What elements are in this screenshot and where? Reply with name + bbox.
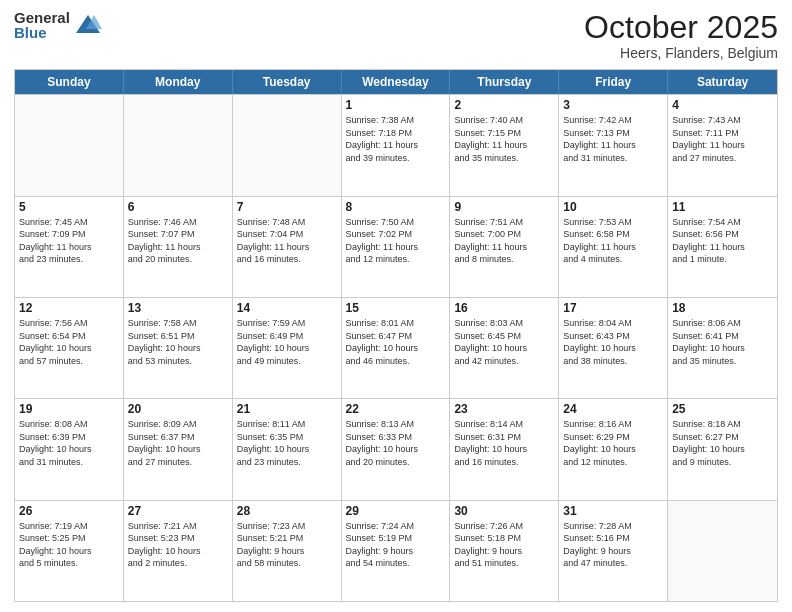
logo-general: General (14, 10, 70, 25)
day-info: Sunrise: 7:53 AM Sunset: 6:58 PM Dayligh… (563, 216, 663, 266)
calendar-body: 1Sunrise: 7:38 AM Sunset: 7:18 PM Daylig… (15, 94, 777, 601)
day-number: 4 (672, 98, 773, 112)
calendar-cell: 21Sunrise: 8:11 AM Sunset: 6:35 PM Dayli… (233, 399, 342, 499)
day-number: 12 (19, 301, 119, 315)
calendar-week: 26Sunrise: 7:19 AM Sunset: 5:25 PM Dayli… (15, 500, 777, 601)
day-info: Sunrise: 8:01 AM Sunset: 6:47 PM Dayligh… (346, 317, 446, 367)
day-number: 27 (128, 504, 228, 518)
logo-icon (74, 11, 102, 39)
day-number: 9 (454, 200, 554, 214)
calendar-cell: 19Sunrise: 8:08 AM Sunset: 6:39 PM Dayli… (15, 399, 124, 499)
day-info: Sunrise: 7:50 AM Sunset: 7:02 PM Dayligh… (346, 216, 446, 266)
calendar-week: 5Sunrise: 7:45 AM Sunset: 7:09 PM Daylig… (15, 196, 777, 297)
day-info: Sunrise: 7:59 AM Sunset: 6:49 PM Dayligh… (237, 317, 337, 367)
day-number: 29 (346, 504, 446, 518)
day-info: Sunrise: 7:56 AM Sunset: 6:54 PM Dayligh… (19, 317, 119, 367)
calendar-cell: 23Sunrise: 8:14 AM Sunset: 6:31 PM Dayli… (450, 399, 559, 499)
calendar-cell: 20Sunrise: 8:09 AM Sunset: 6:37 PM Dayli… (124, 399, 233, 499)
calendar-cell: 12Sunrise: 7:56 AM Sunset: 6:54 PM Dayli… (15, 298, 124, 398)
day-number: 22 (346, 402, 446, 416)
day-number: 19 (19, 402, 119, 416)
day-info: Sunrise: 7:40 AM Sunset: 7:15 PM Dayligh… (454, 114, 554, 164)
day-number: 21 (237, 402, 337, 416)
day-info: Sunrise: 7:42 AM Sunset: 7:13 PM Dayligh… (563, 114, 663, 164)
day-info: Sunrise: 7:19 AM Sunset: 5:25 PM Dayligh… (19, 520, 119, 570)
calendar-cell (233, 95, 342, 195)
calendar-header: SundayMondayTuesdayWednesdayThursdayFrid… (15, 70, 777, 94)
calendar-cell: 28Sunrise: 7:23 AM Sunset: 5:21 PM Dayli… (233, 501, 342, 601)
calendar-cell: 7Sunrise: 7:48 AM Sunset: 7:04 PM Daylig… (233, 197, 342, 297)
day-info: Sunrise: 8:03 AM Sunset: 6:45 PM Dayligh… (454, 317, 554, 367)
calendar-cell: 14Sunrise: 7:59 AM Sunset: 6:49 PM Dayli… (233, 298, 342, 398)
day-info: Sunrise: 7:48 AM Sunset: 7:04 PM Dayligh… (237, 216, 337, 266)
calendar-cell: 17Sunrise: 8:04 AM Sunset: 6:43 PM Dayli… (559, 298, 668, 398)
day-number: 10 (563, 200, 663, 214)
day-info: Sunrise: 7:28 AM Sunset: 5:16 PM Dayligh… (563, 520, 663, 570)
calendar-cell: 31Sunrise: 7:28 AM Sunset: 5:16 PM Dayli… (559, 501, 668, 601)
calendar-cell: 4Sunrise: 7:43 AM Sunset: 7:11 PM Daylig… (668, 95, 777, 195)
calendar-cell: 18Sunrise: 8:06 AM Sunset: 6:41 PM Dayli… (668, 298, 777, 398)
calendar-cell: 10Sunrise: 7:53 AM Sunset: 6:58 PM Dayli… (559, 197, 668, 297)
day-number: 23 (454, 402, 554, 416)
calendar-cell: 16Sunrise: 8:03 AM Sunset: 6:45 PM Dayli… (450, 298, 559, 398)
calendar-cell: 29Sunrise: 7:24 AM Sunset: 5:19 PM Dayli… (342, 501, 451, 601)
title-block: October 2025 Heers, Flanders, Belgium (584, 10, 778, 61)
header: General Blue October 2025 Heers, Flander… (14, 10, 778, 61)
calendar-cell: 5Sunrise: 7:45 AM Sunset: 7:09 PM Daylig… (15, 197, 124, 297)
day-info: Sunrise: 7:54 AM Sunset: 6:56 PM Dayligh… (672, 216, 773, 266)
calendar-cell: 27Sunrise: 7:21 AM Sunset: 5:23 PM Dayli… (124, 501, 233, 601)
day-info: Sunrise: 8:04 AM Sunset: 6:43 PM Dayligh… (563, 317, 663, 367)
calendar-cell: 24Sunrise: 8:16 AM Sunset: 6:29 PM Dayli… (559, 399, 668, 499)
header-day: Thursday (450, 70, 559, 94)
day-number: 8 (346, 200, 446, 214)
day-info: Sunrise: 7:21 AM Sunset: 5:23 PM Dayligh… (128, 520, 228, 570)
day-number: 30 (454, 504, 554, 518)
day-info: Sunrise: 7:58 AM Sunset: 6:51 PM Dayligh… (128, 317, 228, 367)
header-day: Monday (124, 70, 233, 94)
logo: General Blue (14, 10, 102, 40)
day-number: 14 (237, 301, 337, 315)
day-info: Sunrise: 8:06 AM Sunset: 6:41 PM Dayligh… (672, 317, 773, 367)
day-number: 31 (563, 504, 663, 518)
header-day: Saturday (668, 70, 777, 94)
day-info: Sunrise: 7:46 AM Sunset: 7:07 PM Dayligh… (128, 216, 228, 266)
calendar-cell: 2Sunrise: 7:40 AM Sunset: 7:15 PM Daylig… (450, 95, 559, 195)
calendar-week: 12Sunrise: 7:56 AM Sunset: 6:54 PM Dayli… (15, 297, 777, 398)
location: Heers, Flanders, Belgium (584, 45, 778, 61)
day-number: 25 (672, 402, 773, 416)
day-number: 28 (237, 504, 337, 518)
page: General Blue October 2025 Heers, Flander… (0, 0, 792, 612)
calendar-cell: 15Sunrise: 8:01 AM Sunset: 6:47 PM Dayli… (342, 298, 451, 398)
day-info: Sunrise: 7:51 AM Sunset: 7:00 PM Dayligh… (454, 216, 554, 266)
day-number: 3 (563, 98, 663, 112)
header-day: Wednesday (342, 70, 451, 94)
calendar-cell: 13Sunrise: 7:58 AM Sunset: 6:51 PM Dayli… (124, 298, 233, 398)
day-number: 18 (672, 301, 773, 315)
logo-blue: Blue (14, 25, 70, 40)
day-info: Sunrise: 7:38 AM Sunset: 7:18 PM Dayligh… (346, 114, 446, 164)
day-info: Sunrise: 7:26 AM Sunset: 5:18 PM Dayligh… (454, 520, 554, 570)
calendar-cell (15, 95, 124, 195)
calendar: SundayMondayTuesdayWednesdayThursdayFrid… (14, 69, 778, 602)
calendar-week: 19Sunrise: 8:08 AM Sunset: 6:39 PM Dayli… (15, 398, 777, 499)
calendar-cell (124, 95, 233, 195)
day-number: 26 (19, 504, 119, 518)
day-info: Sunrise: 7:24 AM Sunset: 5:19 PM Dayligh… (346, 520, 446, 570)
calendar-week: 1Sunrise: 7:38 AM Sunset: 7:18 PM Daylig… (15, 94, 777, 195)
calendar-cell: 6Sunrise: 7:46 AM Sunset: 7:07 PM Daylig… (124, 197, 233, 297)
day-number: 7 (237, 200, 337, 214)
header-day: Tuesday (233, 70, 342, 94)
day-number: 15 (346, 301, 446, 315)
calendar-cell: 26Sunrise: 7:19 AM Sunset: 5:25 PM Dayli… (15, 501, 124, 601)
calendar-cell: 11Sunrise: 7:54 AM Sunset: 6:56 PM Dayli… (668, 197, 777, 297)
calendar-cell: 25Sunrise: 8:18 AM Sunset: 6:27 PM Dayli… (668, 399, 777, 499)
day-number: 13 (128, 301, 228, 315)
day-info: Sunrise: 8:09 AM Sunset: 6:37 PM Dayligh… (128, 418, 228, 468)
day-number: 16 (454, 301, 554, 315)
logo-text: General Blue (14, 10, 70, 40)
calendar-cell: 22Sunrise: 8:13 AM Sunset: 6:33 PM Dayli… (342, 399, 451, 499)
day-info: Sunrise: 7:45 AM Sunset: 7:09 PM Dayligh… (19, 216, 119, 266)
calendar-cell (668, 501, 777, 601)
calendar-cell: 1Sunrise: 7:38 AM Sunset: 7:18 PM Daylig… (342, 95, 451, 195)
calendar-cell: 8Sunrise: 7:50 AM Sunset: 7:02 PM Daylig… (342, 197, 451, 297)
